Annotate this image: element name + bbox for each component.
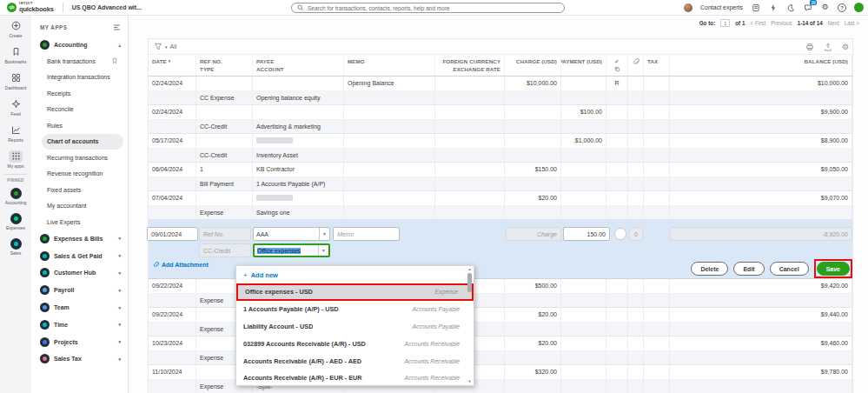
table-row[interactable]: 02/24/2024Opening Balance$10,000.00R$10,…: [149, 77, 852, 105]
filter-icon[interactable]: [154, 43, 162, 51]
sidebar-section-time[interactable]: Time▾: [31, 316, 128, 333]
company-tab[interactable]: US QBO Advanced wit...: [72, 4, 142, 10]
help-icon[interactable]: ?: [838, 3, 846, 12]
chevron-down-icon[interactable]: ▾: [118, 236, 121, 241]
chevron-up-icon[interactable]: ▴: [118, 43, 121, 48]
contact-experts-link[interactable]: Contact experts: [700, 4, 743, 10]
last-page-link[interactable]: Last >: [845, 20, 859, 26]
export-icon[interactable]: [824, 43, 832, 51]
dark-mode-icon[interactable]: [785, 3, 795, 12]
sidebar-item-revenue-recognition[interactable]: Revenue recognition: [42, 166, 123, 183]
collapse-sidebar-icon[interactable]: [113, 23, 121, 31]
page-number-input[interactable]: 1: [720, 19, 730, 27]
account-select[interactable]: Office expenses ▾: [253, 243, 330, 257]
rail-item-dashboard[interactable]: Dashboard: [0, 68, 31, 94]
sidebar-item-integration-transactions[interactable]: Integration transactions: [42, 70, 123, 86]
sidebar-section-payroll[interactable]: Payroll▾: [31, 282, 128, 299]
sidebar-item-live-experts[interactable]: Live Experts: [42, 214, 123, 230]
sidebar-item-chart-of-accounts[interactable]: Chart of accounts: [42, 134, 123, 150]
chevron-down-icon[interactable]: ▾: [319, 228, 329, 240]
add-new-option[interactable]: + Add new: [236, 266, 474, 283]
sidebar-item-bank-transactions[interactable]: Bank transactions: [42, 53, 123, 70]
global-search-input[interactable]: Search for transactions, contacts, repor…: [291, 3, 565, 13]
sidebar-section-accounting[interactable]: Accounting ▴: [31, 37, 128, 53]
table-settings-icon[interactable]: ⚙: [842, 43, 849, 51]
rail-pinned-expenses[interactable]: Expenses: [0, 209, 31, 234]
payment-input[interactable]: 150.00: [563, 227, 610, 241]
settings-icon[interactable]: ⚙: [820, 3, 830, 12]
quick-actions-icon[interactable]: [768, 3, 778, 12]
table-row[interactable]: 07/04/2024$20.00$9,070.00ExpenseSavings …: [149, 191, 852, 220]
payee-select[interactable]: AAA ▾: [253, 227, 330, 241]
dropdown-item-1-accounts-payable-a-p-usd[interactable]: 1 Accounts Payable (A/P) - USDAccounts P…: [236, 301, 474, 318]
ref-no-input[interactable]: Ref No.: [199, 227, 251, 241]
sidebar-section-projects[interactable]: Projects▾: [31, 333, 128, 350]
cell-tax: [644, 323, 670, 337]
rail-pinned-accounting[interactable]: Accounting: [0, 183, 31, 209]
save-button[interactable]: Save: [817, 262, 850, 276]
chevron-down-icon[interactable]: ▾: [118, 305, 121, 310]
dropdown-scrollbar[interactable]: ▲ ▼: [467, 268, 473, 383]
print-icon[interactable]: [805, 43, 814, 51]
chevron-down-icon[interactable]: ▾: [118, 253, 121, 258]
sidebar-item-fixed-assets[interactable]: Fixed assets: [42, 182, 123, 198]
add-attachment-link[interactable]: Add Attachment: [153, 262, 209, 268]
scroll-down-icon[interactable]: ▼: [468, 380, 472, 383]
sidebar-section-sales-get-paid[interactable]: Sales & Get Paid▾: [31, 247, 128, 264]
table-row[interactable]: 02/24/2024$100.00$9,900.00CC-CreditAdver…: [149, 105, 852, 134]
column-header-date[interactable]: DATE▾: [149, 55, 196, 76]
sidebar-item-rules[interactable]: Rules: [42, 117, 123, 134]
table-row[interactable]: 06/04/20241KB Contractor$150.00$9,050.00…: [149, 163, 852, 191]
sidebar-item-receipts[interactable]: Receipts: [42, 85, 123, 102]
sidebar-item-recurring-transactions[interactable]: Recurring transactions: [42, 150, 123, 166]
next-page-link[interactable]: Next: [828, 20, 839, 26]
sidebar-item-label: Bank transactions: [47, 58, 96, 64]
sidebar-section-customer-hub[interactable]: Customer Hub▾: [31, 264, 128, 282]
reconcile-checkbox[interactable]: [614, 228, 626, 240]
cell-date: 02/24/2024: [149, 77, 196, 91]
previous-page-link[interactable]: Previous: [771, 20, 792, 26]
first-page-link[interactable]: < First: [750, 20, 765, 26]
sidebar-section-expenses-bills[interactable]: Expenses & Bills▾: [31, 230, 128, 248]
sidebar-item-reconcile[interactable]: Reconcile: [42, 102, 123, 118]
dropdown-item-accounts-receivable-a-r-aed-aed[interactable]: Accounts Receivable (A/R) - AED - AEDAcc…: [236, 352, 474, 370]
sidebar-item-my-accountant[interactable]: My accountant: [42, 198, 123, 215]
rail-item-my-apps[interactable]: My apps: [0, 146, 31, 172]
sidebar-section-team[interactable]: Team▾: [31, 299, 128, 316]
dropdown-item-liability-account-usd[interactable]: Liability Account - USDAccounts Payable: [236, 318, 474, 336]
chevron-down-icon[interactable]: ▾: [118, 322, 121, 327]
notifications-icon[interactable]: 10: [803, 3, 812, 12]
charge-input[interactable]: Charge: [506, 227, 561, 241]
dropdown-item-office-expenses-usd[interactable]: Office expenses - USDExpense: [236, 283, 474, 301]
dropdown-item-032899-accounts-receivable-a-r-usd[interactable]: 032899 Accounts Receivable (A/R) - USDAc…: [236, 335, 474, 352]
column-header-payment: PAYMENT (USD): [561, 55, 606, 76]
quickbooks-logo[interactable]: qb intuit quickbooks: [7, 3, 54, 12]
profile-avatar[interactable]: [854, 3, 864, 12]
memo-input[interactable]: Memo: [333, 227, 400, 241]
delete-button[interactable]: Delete: [691, 262, 728, 276]
sidebar-section-sales-tax[interactable]: Sales Tax▾: [31, 350, 128, 368]
bookmark-icon[interactable]: [111, 57, 118, 64]
cell-charge-value: $320.00: [535, 369, 557, 375]
filter-all-label[interactable]: All: [170, 43, 177, 50]
cancel-button[interactable]: Cancel: [770, 262, 809, 276]
chevron-down-icon[interactable]: ▾: [165, 44, 168, 50]
date-input[interactable]: 09/01/2024: [147, 227, 198, 241]
cell-bal: $9,420.00: [670, 279, 852, 294]
rail-item-reports[interactable]: Reports: [0, 120, 31, 146]
tasks-icon[interactable]: [751, 3, 760, 12]
rail-item-create[interactable]: Create: [0, 16, 31, 42]
dropdown-item-accounts-receivable-a-r-eur-eur[interactable]: Accounts Receivable (A/R) - EUR - EURAcc…: [236, 370, 474, 386]
rail-item-feed[interactable]: Feed: [0, 94, 31, 120]
rail-pinned-sales[interactable]: Sales: [0, 234, 31, 259]
chevron-down-icon[interactable]: ▾: [118, 288, 121, 293]
chevron-down-icon[interactable]: ▾: [118, 356, 121, 362]
rail-item-bookmarks[interactable]: Bookmarks: [0, 42, 31, 68]
scroll-up-icon[interactable]: ▲: [468, 268, 472, 271]
chevron-down-icon[interactable]: ▾: [318, 245, 328, 256]
scrollbar-thumb[interactable]: [467, 273, 472, 292]
edit-button[interactable]: Edit: [733, 262, 764, 276]
table-row[interactable]: 05/17/2024$1,000.00$8,900.00CC-CreditInv…: [149, 134, 852, 163]
chevron-down-icon[interactable]: ▾: [118, 270, 121, 276]
chevron-down-icon[interactable]: ▾: [118, 339, 121, 344]
